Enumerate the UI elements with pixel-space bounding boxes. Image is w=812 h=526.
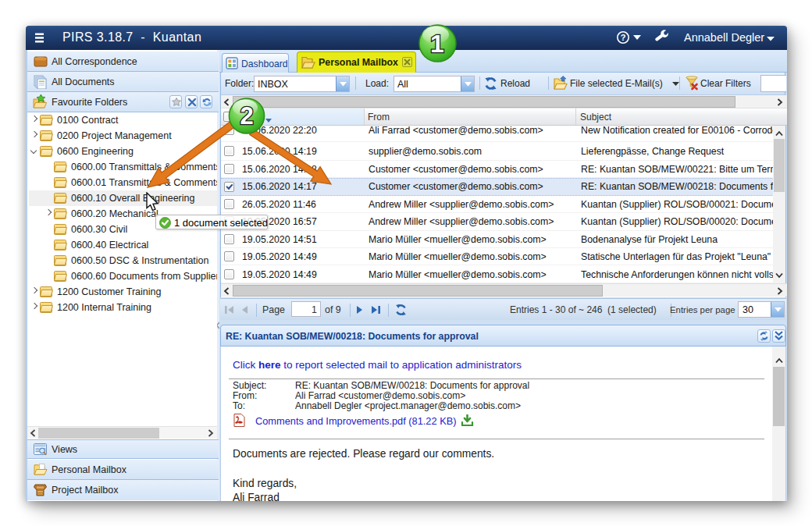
svg-text:?: ? <box>621 33 626 42</box>
